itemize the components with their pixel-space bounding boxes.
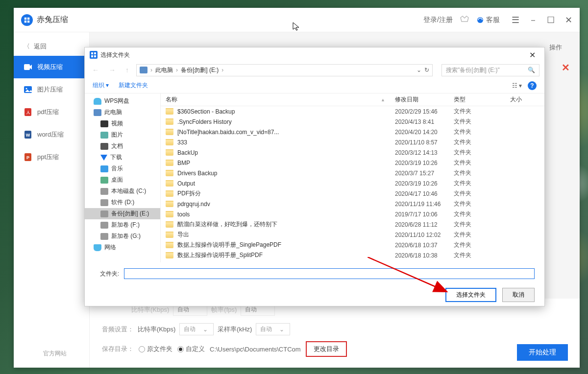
tree-item[interactable]: 备份[勿删] (E:) [85, 208, 160, 219]
sidebar-item-label: 视频压缩 [37, 63, 63, 71]
file-row[interactable]: 数据上报操作说明手册_SinglePagePDF2020/6/18 10:37文… [161, 240, 544, 250]
tree-item[interactable]: 网络 [85, 242, 160, 253]
file-row[interactable]: 3332020/11/10 8:57文件夹 [161, 137, 544, 147]
dialog-title: 选择文件夹 [100, 51, 130, 59]
tree-item[interactable]: 此电脑 [85, 107, 160, 118]
ic-disk [100, 210, 108, 217]
dialog-titlebar: 选择文件夹 ✕ [85, 47, 544, 62]
sidebar-item-image[interactable]: 图片压缩 [14, 78, 89, 101]
folder-icon [166, 242, 173, 248]
change-dir-button[interactable]: 更改目录 [306, 341, 347, 357]
file-row[interactable]: BackUp2020/3/12 14:13文件夹 [161, 147, 544, 158]
tree-item[interactable]: 图片 [85, 129, 160, 140]
refresh-icon[interactable]: ↻ [424, 67, 429, 73]
nav-up-button[interactable]: ↑ [123, 66, 131, 74]
col-type[interactable]: 类型 [454, 95, 510, 104]
organize-button[interactable]: 组织 ▾ [93, 81, 109, 90]
ic-music [100, 165, 108, 172]
sample-select[interactable]: 自动⌄ [256, 323, 290, 335]
nav-back-button[interactable]: ← [90, 66, 101, 74]
file-row[interactable]: pdrgqruj.ndv2020/11/19 11:46文件夹 [161, 199, 544, 209]
login-link[interactable]: 登录/注册 [423, 16, 453, 24]
menu-button[interactable]: ☰ [512, 16, 519, 24]
cancel-button[interactable]: 取消 [502, 288, 535, 302]
sidebar-item-ppt[interactable]: P ppt压缩 [14, 146, 89, 168]
ic-vid [100, 120, 108, 127]
minimize-button[interactable]: － [529, 16, 537, 24]
folder-icon [166, 170, 173, 176]
file-row[interactable]: Output2020/3/19 10:26文件夹 [161, 178, 544, 188]
svg-rect-2 [24, 20, 26, 22]
svg-text:人: 人 [26, 111, 30, 115]
new-folder-button[interactable]: 新建文件夹 [119, 81, 148, 90]
file-row[interactable]: [NoTitle]haokan.baidu.com_v_vid=87...202… [161, 127, 544, 137]
dialog-close-button[interactable]: ✕ [525, 50, 539, 60]
ic-desk [100, 177, 108, 184]
dialog-nav: ← → ↑ › 此电脑 › 备份[勿删] (E:) › ⌄ ↻ 搜索"备份[勿删… [85, 62, 544, 78]
tree-item[interactable]: 下载 [85, 152, 160, 163]
file-row[interactable]: BMP2020/3/19 10:26文件夹 [161, 158, 544, 168]
breadcrumb[interactable]: › 此电脑 › 备份[勿删] (E:) › ⌄ ↻ [136, 64, 433, 76]
tree-item[interactable]: 音乐 [85, 163, 160, 174]
folder-icon [166, 252, 173, 258]
tree-item[interactable]: 文档 [85, 140, 160, 152]
tree-item[interactable]: 本地磁盘 (C:) [85, 186, 160, 197]
radio-original-folder[interactable]: 原文件夹 [139, 345, 172, 353]
official-site-link[interactable]: 官方网站 [43, 350, 67, 358]
folder-icon [166, 108, 173, 115]
col-name[interactable]: 名称▲ [166, 95, 395, 104]
svg-rect-14 [91, 52, 93, 54]
tree-item[interactable]: 新加卷 (F:) [85, 219, 160, 231]
file-row[interactable]: 导出2020/11/10 12:02文件夹 [161, 230, 544, 240]
ic-disk [100, 188, 108, 195]
folder-name-input[interactable] [124, 268, 535, 279]
folder-icon [166, 190, 173, 197]
file-row[interactable]: 醋溜白菜这样做，好吃到爆，还特别下2020/6/28 11:12文件夹 [161, 219, 544, 230]
close-button[interactable]: ✕ [564, 16, 572, 24]
maximize-button[interactable]: ☐ [547, 16, 555, 24]
col-date[interactable]: 修改日期 [395, 95, 454, 104]
tree-item[interactable]: 软件 (D:) [85, 197, 160, 208]
search-input[interactable]: 搜索"备份[勿删] (E:)" 🔍 [441, 64, 539, 76]
chevron-down-icon[interactable]: ⌄ [416, 67, 421, 73]
bitrate-select[interactable]: 自动⌄ [179, 323, 214, 335]
sidebar-item-video[interactable]: 视频压缩 [14, 56, 89, 78]
radio-custom-folder[interactable]: 自定义 [177, 345, 205, 353]
folder-icon [166, 221, 173, 228]
save-label: 保存目录： [102, 345, 134, 353]
file-row[interactable]: $360Section - Backup2020/2/29 15:46文件夹 [161, 106, 544, 117]
col-size[interactable]: 大小 [510, 95, 539, 104]
folder-icon [166, 149, 173, 156]
tree-item[interactable]: 新加卷 (G:) [85, 231, 160, 242]
sidebar-item-label: 图片压缩 [37, 85, 63, 94]
tree-item[interactable]: WPS网盘 [85, 95, 160, 107]
file-list-header: 名称▲ 修改日期 类型 大小 [161, 94, 544, 106]
ic-doc [100, 143, 108, 150]
file-row[interactable]: .SyncFolders History2020/4/13 8:41文件夹 [161, 117, 544, 127]
vip-icon[interactable] [460, 15, 469, 25]
select-folder-button[interactable]: 选择文件夹 [445, 288, 496, 302]
ops-header: 操作 [549, 43, 562, 52]
sidebar-item-pdf[interactable]: 人 pdf压缩 [14, 101, 89, 123]
tree-item[interactable]: 桌面 [85, 174, 160, 186]
bottom-panel: 比特率(Kbps) 自动 帧率(fps) 自动 音频设置： 比特率(Kbps) … [90, 299, 580, 368]
file-row[interactable]: PDF拆分2020/4/17 10:46文件夹 [161, 188, 544, 199]
sidebar-item-word[interactable]: W word压缩 [14, 123, 89, 146]
nav-forward-button[interactable]: → [106, 66, 118, 74]
view-mode-button[interactable]: ☷ ▾ [512, 82, 522, 89]
app-title: 赤兔压缩 [37, 15, 68, 25]
app-logo-icon [21, 14, 33, 26]
sidebar-item-label: word压缩 [37, 130, 64, 139]
file-row[interactable]: Drivers Backup2020/3/7 15:27文件夹 [161, 168, 544, 178]
file-row[interactable]: tools2019/7/17 10:06文件夹 [161, 209, 544, 219]
start-button[interactable]: 开始处理 [517, 344, 568, 361]
back-button[interactable]: 〈 返回 [14, 37, 89, 56]
tree-item[interactable]: 视频 [85, 118, 160, 129]
file-row[interactable]: 数据上报操作说明手册_SplitPDF2020/6/18 10:38文件夹 [161, 250, 544, 260]
customer-service-link[interactable]: 客服 [476, 16, 500, 24]
remove-item-button[interactable]: ✕ [562, 62, 570, 73]
folder-input-label: 文件夹: [95, 270, 119, 278]
chevron-left-icon: 〈 [24, 42, 30, 51]
help-icon[interactable]: ? [528, 81, 537, 90]
sidebar-item-label: pdf压缩 [37, 108, 59, 117]
